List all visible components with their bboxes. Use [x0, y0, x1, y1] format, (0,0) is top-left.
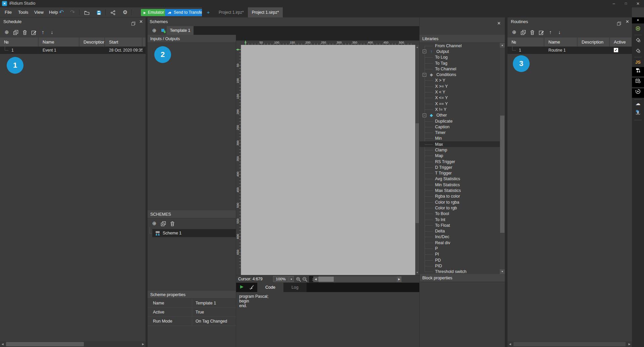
- scroll-left-icon[interactable]: ◀: [507, 341, 513, 347]
- canvas-horizontal-scrollbar[interactable]: ◀ ▶: [313, 276, 401, 282]
- add-scheme-icon[interactable]: ⊕: [151, 220, 158, 227]
- window-maximize-button[interactable]: □: [620, 0, 632, 7]
- canvas-vertical-scrollbar[interactable]: ▲ ▼: [415, 45, 419, 275]
- library-tree-item[interactable]: X > Y: [420, 78, 505, 83]
- menu-item-view[interactable]: View: [32, 7, 46, 17]
- zoom-level-value[interactable]: 100%: [273, 276, 288, 282]
- delete-item-icon[interactable]: [21, 29, 28, 36]
- library-tree-item[interactable]: X <= Y: [420, 95, 505, 101]
- library-tree-item[interactable]: To Int: [420, 217, 505, 222]
- project-device-icon[interactable]: [632, 37, 644, 43]
- scrollbar-thumb[interactable]: [514, 342, 626, 346]
- zoom-in-icon[interactable]: [296, 276, 301, 282]
- column-header[interactable]: Name: [39, 38, 79, 47]
- emulator-button[interactable]: ▶Emulator: [141, 9, 167, 16]
- code-tab-log[interactable]: Log: [283, 283, 307, 292]
- scrollbar-thumb[interactable]: [318, 277, 334, 282]
- library-tree-item[interactable]: −◆Other: [420, 113, 505, 118]
- duplicate-scheme-icon[interactable]: [160, 220, 167, 227]
- menu-item-file[interactable]: File: [3, 7, 14, 17]
- delete-scheme-icon[interactable]: [169, 220, 176, 227]
- column-header[interactable]: Active: [610, 38, 632, 47]
- scroll-down-icon[interactable]: ▼: [500, 269, 505, 274]
- library-tree-item[interactable]: PD: [420, 257, 505, 263]
- save-icon[interactable]: [95, 9, 103, 16]
- property-value[interactable]: On Tag Changed: [192, 317, 236, 326]
- undo-icon[interactable]: ↶: [58, 9, 65, 16]
- panel-splitter[interactable]: [505, 17, 507, 347]
- library-tree-item[interactable]: X == Y: [420, 101, 505, 107]
- library-tree-item[interactable]: Avg Statistics: [420, 176, 505, 182]
- javascript-editor-icon[interactable]: JS: [632, 60, 644, 65]
- scroll-left-icon[interactable]: ◀: [313, 276, 318, 282]
- library-tree-item[interactable]: Timer: [420, 130, 505, 135]
- scroll-right-icon[interactable]: ▶: [397, 276, 401, 282]
- scroll-left-icon[interactable]: ◀: [0, 341, 5, 347]
- scrollbar-thumb[interactable]: [6, 342, 84, 346]
- column-header[interactable]: №: [0, 38, 39, 47]
- code-editor[interactable]: program Pascal;beginend.: [236, 292, 268, 308]
- schedule-horizontal-scrollbar[interactable]: ◀ ▶: [0, 341, 146, 347]
- project-tab[interactable]: Project 1.sirpz*: [248, 7, 283, 17]
- cloud-icon[interactable]: ☁: [632, 100, 644, 107]
- schemes-rail-icon[interactable]: [632, 67, 644, 76]
- duplicate-item-icon[interactable]: [12, 29, 19, 36]
- library-tree-item[interactable]: To Tag: [420, 60, 505, 66]
- library-tree-item[interactable]: Max: [420, 141, 505, 147]
- import-scheme-icon[interactable]: [160, 27, 167, 34]
- library-tree-item[interactable]: −↑Output: [420, 49, 505, 54]
- add-project-tab-button[interactable]: +: [202, 7, 215, 17]
- property-row[interactable]: NameTemplate 1: [148, 299, 236, 308]
- library-tree-item[interactable]: Clamp: [420, 147, 505, 153]
- window-minimize-button[interactable]: –: [608, 0, 620, 7]
- drivers-chip-icon[interactable]: [632, 25, 644, 31]
- move-down-icon[interactable]: ↓: [49, 29, 55, 36]
- scheme-canvas[interactable]: [241, 45, 415, 275]
- collapse-expander-icon[interactable]: −: [423, 50, 426, 53]
- share-icon[interactable]: [109, 9, 117, 16]
- move-up-icon[interactable]: ↑: [40, 29, 46, 36]
- scroll-right-icon[interactable]: ▶: [627, 341, 632, 347]
- schedule-rail-icon[interactable]: [632, 78, 644, 87]
- library-tree-item[interactable]: Map: [420, 153, 505, 159]
- library-tree-item[interactable]: Threshold switch: [420, 269, 505, 274]
- import-rail-icon[interactable]: [632, 109, 644, 115]
- project-tab[interactable]: Project 1.irpz*: [215, 7, 248, 17]
- library-tree-item[interactable]: To Float: [420, 222, 505, 228]
- property-value[interactable]: Template 1: [192, 299, 236, 307]
- scrollbar-thumb[interactable]: [416, 123, 419, 223]
- open-folder-icon[interactable]: [83, 9, 91, 16]
- column-header[interactable]: №: [507, 38, 544, 47]
- edit-item-icon[interactable]: [31, 29, 37, 36]
- close-panel-icon[interactable]: ✕: [139, 17, 143, 26]
- library-tree-item[interactable]: −◆Conditions: [420, 72, 505, 77]
- library-tree-item[interactable]: Color to rgb: [420, 205, 505, 211]
- library-tree-item[interactable]: T Trigger: [420, 170, 505, 176]
- column-header[interactable]: Description: [79, 38, 105, 47]
- scroll-up-icon[interactable]: ▲: [500, 43, 505, 48]
- library-tree-item[interactable]: X < Y: [420, 89, 505, 95]
- rail-dropdown-icon[interactable]: ▼: [632, 17, 644, 23]
- column-header[interactable]: Name: [544, 38, 578, 47]
- code-tab-code[interactable]: Code: [257, 283, 283, 292]
- column-header[interactable]: Description: [578, 38, 610, 47]
- add-routine-icon[interactable]: ⊕: [511, 29, 518, 36]
- close-panel-icon[interactable]: ✕: [626, 17, 629, 26]
- add-item-icon[interactable]: ⊕: [3, 29, 10, 36]
- library-tree-item[interactable]: From Channel: [420, 43, 505, 49]
- library-tree-item[interactable]: PI: [420, 252, 505, 257]
- send-to-transfer-button[interactable]: Send to Transfer: [165, 9, 207, 16]
- redo-icon[interactable]: ↷: [69, 9, 76, 16]
- scroll-up-icon[interactable]: ▲: [415, 45, 419, 50]
- run-script-icon[interactable]: ▶: [240, 284, 244, 289]
- add-scheme-tab-icon[interactable]: ⊕: [151, 27, 158, 34]
- library-tree-item[interactable]: Real div: [420, 240, 505, 246]
- library-tree-item[interactable]: X >= Y: [420, 83, 505, 89]
- library-tree-item[interactable]: P: [420, 246, 505, 251]
- scheme-list-item[interactable]: Scheme 1: [152, 229, 236, 237]
- library-tree-item[interactable]: To Channel: [420, 66, 505, 72]
- library-tree-item[interactable]: Color to rgba: [420, 199, 505, 205]
- library-tree-item[interactable]: RS Trigger: [420, 159, 505, 164]
- device-settings-icon[interactable]: [632, 48, 644, 53]
- scrollbar-thumb[interactable]: [500, 116, 504, 233]
